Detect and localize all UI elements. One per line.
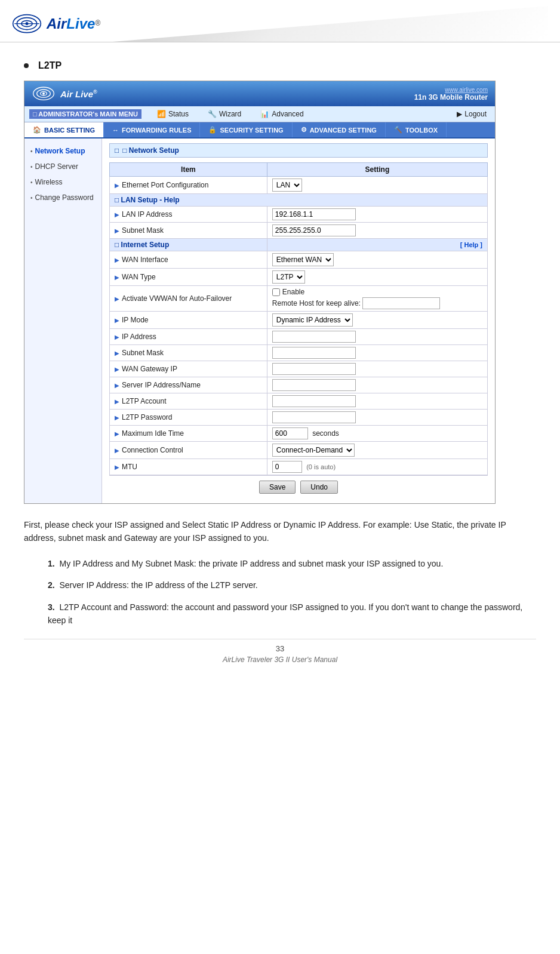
server-ip-input[interactable] xyxy=(272,379,356,391)
row-label-subnet-lan: ▶ Subnet Mask xyxy=(110,223,267,239)
row-setting-wan-gw xyxy=(267,361,487,377)
row-label-ip-mode: ▶ IP Mode xyxy=(110,312,267,329)
page-number: 33 xyxy=(24,644,536,653)
table-row: ▶ Server IP Address/Name xyxy=(110,377,488,393)
row-arrow-icon: ▶ xyxy=(115,350,119,356)
table-row: ▶ Ethernet Port Configuration LAN xyxy=(110,177,488,194)
list-text-1: My IP Address and My Subnet Mask: the pr… xyxy=(59,559,443,568)
ip-mode-select[interactable]: Dynamic IP Address xyxy=(272,313,353,327)
table-row: ▶ Activate VWWAN for Auto-Failover Enabl… xyxy=(110,286,488,312)
row-arrow-icon: ▶ xyxy=(115,464,119,470)
row-label-ethernet: ▶ Ethernet Port Configuration xyxy=(110,177,267,194)
wan-interface-select[interactable]: Ethernet WAN xyxy=(272,253,334,266)
sidebar: • Network Setup • DHCP Server • Wireless… xyxy=(24,139,102,503)
table-row: ▶ Subnet Mask xyxy=(110,345,488,361)
list-number-1: 1. xyxy=(48,559,55,568)
router-ui-box: Air Live® www.airlive.com 11n 3G Mobile … xyxy=(24,81,496,504)
sidebar-item-change-password[interactable]: • Change Password xyxy=(24,190,101,205)
row-setting-subnet-lan xyxy=(267,223,487,239)
row-setting-wan-type: L2TP xyxy=(267,269,487,286)
row-arrow-icon: ▶ xyxy=(115,382,119,389)
advanced-nav[interactable]: 📊 Advanced xyxy=(257,109,307,119)
wizard-nav[interactable]: 🔧 Wizard xyxy=(204,109,245,119)
table-row-internet-setup: □ Internet Setup [ Help ] xyxy=(110,239,488,251)
internet-help-link[interactable]: [ Help ] xyxy=(267,239,487,251)
row-label-ip-address: ▶ IP Address xyxy=(110,329,267,345)
page-header: AirLive® xyxy=(0,0,560,42)
settings-table: Item Setting ▶ Ethernet Port Configurati… xyxy=(109,162,488,475)
logout-nav[interactable]: ▶ Logout xyxy=(453,109,490,119)
status-nav[interactable]: 📶 Status xyxy=(153,109,192,119)
remote-host-label: Remote Host for keep alive: xyxy=(272,299,361,307)
sidebar-item-wireless[interactable]: • Wireless xyxy=(24,174,101,190)
logout-arrow-icon: ▶ xyxy=(457,110,462,118)
list-text-2: Server IP Address: the IP address of the… xyxy=(59,580,257,590)
svg-point-8 xyxy=(42,93,45,95)
section-icon: □ xyxy=(115,146,119,155)
forwarding-icon: ↔ xyxy=(112,127,119,134)
l2tp-account-input[interactable] xyxy=(272,395,356,407)
table-row: ▶ Subnet Mask xyxy=(110,223,488,239)
row-setting-lan-ip xyxy=(267,207,487,223)
wan-gateway-input[interactable] xyxy=(272,363,356,375)
mtu-note: (0 is auto) xyxy=(306,463,336,470)
l2tp-password-input[interactable] xyxy=(272,411,356,423)
row-setting-mtu: (0 is auto) xyxy=(267,459,487,475)
row-label-connection-control: ▶ Connection Control xyxy=(110,442,267,459)
undo-button[interactable]: Undo xyxy=(300,481,338,494)
row-setting-connection-control: Connect-on-Demand xyxy=(267,442,487,459)
remote-host-input[interactable] xyxy=(362,297,440,309)
row-label-wan-type: ▶ WAN Type xyxy=(110,269,267,286)
logo-text: AirLive® xyxy=(47,16,100,32)
tab-security-setting[interactable]: 🔒 SECURITY SETTING xyxy=(200,122,292,137)
sidebar-bullet-4: • xyxy=(30,195,33,201)
wan-type-select[interactable]: L2TP xyxy=(272,270,305,284)
help-anchor[interactable]: [ Help ] xyxy=(460,241,482,248)
row-label-max-idle: ▶ Maximum Idle Time xyxy=(110,426,267,442)
tab-basic-setting[interactable]: 🏠 BASIC SETTING xyxy=(24,122,104,137)
website-url: www.airlive.com xyxy=(414,87,488,93)
subnet-mask-wan-input[interactable] xyxy=(272,347,356,359)
header-decoration xyxy=(112,6,548,42)
row-setting-ethernet: LAN xyxy=(267,177,487,194)
bullet-heading: L2TP xyxy=(24,60,536,71)
max-idle-input[interactable] xyxy=(272,427,308,439)
save-button[interactable]: Save xyxy=(259,481,296,494)
col-item: Item xyxy=(110,163,267,177)
row-arrow-icon: ▶ xyxy=(115,257,119,263)
mtu-input[interactable] xyxy=(272,461,302,473)
connection-control-select[interactable]: Connect-on-Demand xyxy=(272,444,355,457)
vwwan-enable-checkbox[interactable] xyxy=(272,288,280,296)
tab-advanced-setting[interactable]: ⚙ ADVANCED SETTING xyxy=(293,122,386,137)
lan-setup-label: □ LAN Setup - Help xyxy=(110,194,488,207)
row-label-l2tp-account: ▶ L2TP Account xyxy=(110,393,267,410)
table-row: ▶ MTU (0 is auto) xyxy=(110,459,488,475)
airlive-logo-icon xyxy=(12,12,42,36)
table-row: ▶ L2TP Account xyxy=(110,393,488,410)
row-arrow-icon: ▶ xyxy=(115,447,119,454)
ip-address-input[interactable] xyxy=(272,331,356,343)
row-label-subnet-wan: ▶ Subnet Mask xyxy=(110,345,267,361)
sidebar-bullet-2: • xyxy=(30,164,33,170)
lan-ip-input[interactable] xyxy=(272,208,356,220)
subnet-mask-lan-input[interactable] xyxy=(272,224,356,236)
row-setting-l2tp-password xyxy=(267,410,487,426)
tab-forwarding-rules[interactable]: ↔ FORWARDING RULES xyxy=(104,122,201,137)
list-text-3: L2TP Account and Password: the account a… xyxy=(48,602,522,625)
list-item-3: 3. L2TP Account and Password: the accoun… xyxy=(48,601,536,627)
ethernet-port-select[interactable]: LAN xyxy=(272,179,302,192)
sidebar-item-dhcp-server[interactable]: • DHCP Server xyxy=(24,159,101,174)
status-icon: 📶 xyxy=(157,110,166,118)
admin-menu-nav[interactable]: □ ADMINISTRATOR's MAIN MENU xyxy=(29,109,141,119)
row-arrow-icon: ▶ xyxy=(115,317,119,324)
security-icon: 🔒 xyxy=(208,126,217,134)
logo-area: AirLive® xyxy=(12,12,100,36)
tab-toolbox[interactable]: 🔨 TOOLBOX xyxy=(386,122,447,137)
row-arrow-icon: ▶ xyxy=(115,430,119,437)
section-title: L2TP xyxy=(38,60,61,71)
sidebar-item-network-setup[interactable]: • Network Setup xyxy=(24,143,101,159)
row-arrow-icon: ▶ xyxy=(115,227,119,234)
page-content: L2TP Air Live® www.airlive.com 11n 3G Mo… xyxy=(0,42,560,676)
bullet-dot xyxy=(24,63,29,68)
table-row: ▶ WAN Interface Ethernet WAN xyxy=(110,251,488,269)
